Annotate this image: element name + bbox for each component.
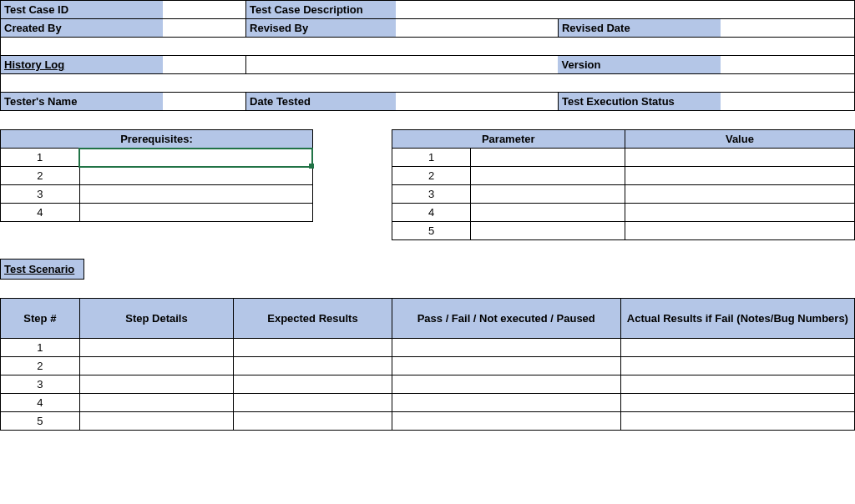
label-testers-name: Tester's Name	[1, 93, 163, 111]
prereq-row-input[interactable]	[79, 167, 312, 185]
step-details-input[interactable]	[79, 357, 233, 375]
prereq-row-input[interactable]	[79, 149, 312, 167]
step-details-input[interactable]	[79, 394, 233, 412]
input-history-log[interactable]	[163, 56, 246, 74]
prereq-row-num: 1	[1, 149, 80, 167]
input-test-exec-status[interactable]	[721, 93, 855, 111]
param-row-input[interactable]	[471, 149, 625, 167]
step-details-input[interactable]	[79, 375, 233, 394]
value-row-input[interactable]	[625, 167, 854, 185]
label-step-num: Step #	[1, 299, 80, 339]
step-row-num: 4	[1, 394, 80, 412]
input-date-tested[interactable]	[396, 93, 558, 111]
expected-results-input[interactable]	[234, 375, 392, 394]
pass-fail-input[interactable]	[392, 339, 620, 357]
label-expected-results: Expected Results	[234, 299, 392, 339]
param-row-input[interactable]	[471, 204, 625, 222]
top-header-table: Test Case ID Test Case Description Creat…	[0, 0, 855, 111]
label-version: Version	[558, 56, 721, 74]
actual-results-input[interactable]	[620, 357, 854, 375]
input-test-case-description[interactable]	[396, 1, 854, 19]
label-revised-by: Revised By	[246, 19, 397, 38]
step-details-input[interactable]	[79, 339, 233, 357]
label-test-case-id: Test Case ID	[1, 1, 163, 19]
label-pass-fail: Pass / Fail / Not executed / Paused	[392, 299, 620, 339]
label-test-exec-status: Test Execution Status	[558, 93, 721, 111]
input-revised-date[interactable]	[721, 19, 855, 38]
actual-results-input[interactable]	[620, 375, 854, 394]
prereq-row-input[interactable]	[79, 185, 312, 204]
test-case-template: Test Case ID Test Case Description Creat…	[0, 0, 855, 504]
label-date-tested: Date Tested	[246, 93, 397, 111]
param-row-num: 5	[392, 222, 471, 240]
value-row-input[interactable]	[625, 204, 854, 222]
step-details-input[interactable]	[79, 412, 233, 431]
label-prerequisites: Prerequisites:	[1, 130, 313, 149]
param-row-num: 2	[392, 167, 471, 185]
value-row-input[interactable]	[625, 222, 854, 240]
prereq-row-num: 4	[1, 204, 80, 222]
prereq-param-area: Prerequisites: Parameter Value 1 1 2 2 3…	[0, 129, 855, 240]
input-version[interactable]	[721, 56, 855, 74]
param-row-num: 3	[392, 185, 471, 204]
prereq-row-num: 3	[1, 185, 80, 204]
input-revised-by[interactable]	[396, 19, 558, 38]
test-scenario-row: Test Scenario	[0, 259, 855, 280]
step-row-num: 2	[1, 357, 80, 375]
param-row-num: 1	[392, 149, 471, 167]
pass-fail-input[interactable]	[392, 394, 620, 412]
expected-results-input[interactable]	[234, 394, 392, 412]
param-row-input[interactable]	[471, 167, 625, 185]
label-value: Value	[625, 130, 854, 149]
label-revised-date: Revised Date	[558, 19, 721, 38]
steps-table: Step # Step Details Expected Results Pas…	[0, 298, 855, 431]
step-row-num: 3	[1, 375, 80, 394]
actual-results-input[interactable]	[620, 412, 854, 431]
step-row-num: 5	[1, 412, 80, 431]
pass-fail-input[interactable]	[392, 412, 620, 431]
param-row-num: 4	[392, 204, 471, 222]
input-created-by[interactable]	[163, 19, 246, 38]
prereq-row-num: 2	[1, 167, 80, 185]
label-test-case-description: Test Case Description	[246, 1, 397, 19]
pass-fail-input[interactable]	[392, 375, 620, 394]
expected-results-input[interactable]	[234, 357, 392, 375]
actual-results-input[interactable]	[620, 339, 854, 357]
pass-fail-input[interactable]	[392, 357, 620, 375]
label-parameter: Parameter	[392, 130, 625, 149]
expected-results-input[interactable]	[234, 412, 392, 431]
param-row-input[interactable]	[471, 185, 625, 204]
actual-results-input[interactable]	[620, 394, 854, 412]
input-test-case-id[interactable]	[163, 1, 246, 19]
param-row-input[interactable]	[471, 222, 625, 240]
value-row-input[interactable]	[625, 185, 854, 204]
label-step-details: Step Details	[79, 299, 233, 339]
expected-results-input[interactable]	[234, 339, 392, 357]
label-history-log: History Log	[1, 56, 163, 74]
input-testers-name[interactable]	[163, 93, 246, 111]
value-row-input[interactable]	[625, 149, 854, 167]
step-row-num: 1	[1, 339, 80, 357]
prereq-row-input[interactable]	[79, 204, 312, 222]
label-actual-results: Actual Results if Fail (Notes/Bug Number…	[620, 299, 854, 339]
label-test-scenario: Test Scenario	[1, 260, 84, 280]
label-created-by: Created By	[1, 19, 163, 38]
